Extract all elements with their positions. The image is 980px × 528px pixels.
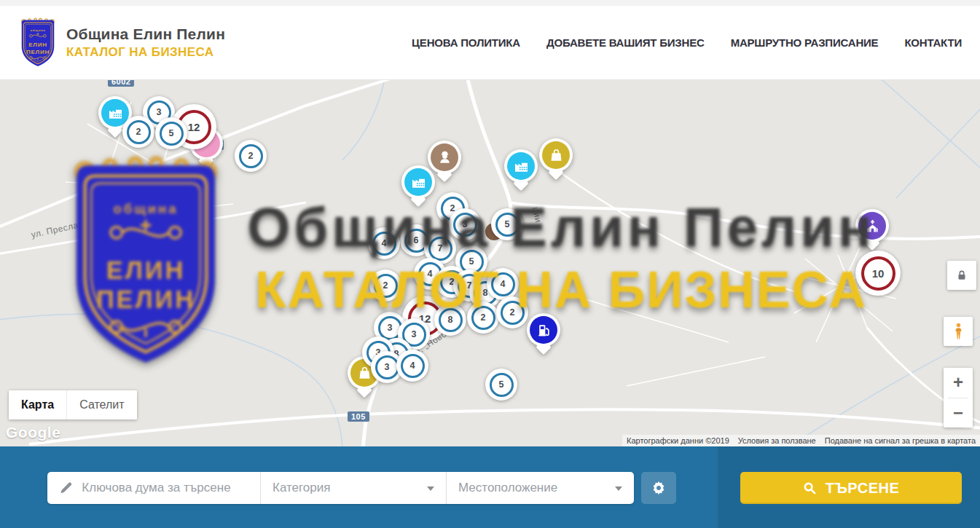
google-logo[interactable]: Google [6,424,60,441]
chevron-down-icon [615,486,622,491]
zoom-control: + − [944,368,973,427]
gear-icon [651,480,667,496]
map-cluster-marker[interactable]: 8 [434,304,466,336]
map-cluster-marker[interactable]: 5 [491,208,523,240]
factory-icon [108,106,123,121]
map-cluster-marker[interactable]: 5 [155,117,187,149]
nav-item-add-business[interactable]: ДОБАВЕТЕ ВАШИЯТ БИЗНЕС [546,36,705,49]
fuel-pump-icon [536,323,552,338]
attribution-item: Картографски данни ©2019 [622,435,734,446]
map-attribution: Картографски данни ©2019Условия за ползв… [622,435,980,446]
map-cluster-marker[interactable]: 2 [467,302,499,334]
search-button-label: ТЪРСЕНЕ [826,480,900,497]
church-marker[interactable] [855,209,889,243]
construction-worker-icon [437,150,452,165]
brand-title: Община Елин Пелин [66,25,225,43]
map-cluster-marker[interactable]: 4 [487,268,519,300]
factory-icon [411,175,426,190]
main-nav: ЦЕНОВА ПОЛИТИКАДОБАВЕТЕ ВАШИЯТ БИЗНЕСМАР… [412,36,962,49]
nav-item-transport-schedule[interactable]: МАРШРУТНО РАЗПИСАНИЕ [731,36,879,49]
search-icon [803,481,817,495]
zoom-out-button[interactable]: − [944,398,973,428]
keyword-field [47,472,260,504]
header: община ЕЛИН ПЕЛИН Община Елин Пелин КАТА… [0,6,980,80]
location-select[interactable]: Местоположение [446,472,634,504]
map-cluster-marker[interactable]: 2 [496,296,528,328]
fuel-marker[interactable] [527,313,560,347]
nav-item-contacts[interactable]: КОНТАКТИ [904,36,962,49]
worker-marker[interactable] [428,141,461,174]
category-select-value: Категория [273,481,330,495]
map-cluster-marker[interactable]: 2 [369,269,401,302]
road-shield: 105 [348,411,369,422]
brand-text: Община Елин Пелин КАТАЛОГ НА БИЗНЕСА [66,25,225,60]
shopping-bag-icon [549,148,564,163]
nav-item-pricing[interactable]: ЦЕНОВА ПОЛИТИКА [412,36,520,49]
pencil-icon [59,480,73,496]
search-settings-button[interactable] [641,472,676,504]
search-bar: Категория Местоположение ТЪРСЕНЕ [0,446,980,528]
map-canvas[interactable]: ул. Преславбул. „Новоселции 60021053 312… [0,80,980,446]
map-type-control: Карта Сателит [9,390,137,419]
svg-text:община: община [31,28,46,32]
map-cluster-marker[interactable]: 2 [122,116,154,148]
keyword-input[interactable] [82,481,248,495]
shopping-bag-icon [357,366,372,381]
svg-text:ПЕЛИН: ПЕЛИН [26,48,50,55]
search-fields-group: Категория Местоположение [47,472,634,504]
page: община ЕЛИН ПЕЛИН Община Елин Пелин КАТА… [0,0,980,528]
map-cluster-marker[interactable]: 10 [855,251,901,296]
chevron-down-icon [427,486,434,491]
attribution-item[interactable]: Подаване на сигнал за грешка в картата [820,435,980,446]
attribution-item[interactable]: Условия за ползване [734,435,820,446]
location-select-value: Местоположение [458,481,557,495]
brand-logo[interactable]: община ЕЛИН ПЕЛИН Община Елин Пелин КАТА… [18,14,225,72]
padlock-icon [955,269,968,282]
pegman-icon [952,322,965,342]
factory-marker[interactable] [504,149,538,183]
map-type-button-map[interactable]: Карта [9,390,66,419]
map-cluster-marker[interactable]: 2 [235,140,267,172]
pegman-control[interactable] [944,317,973,346]
brand-subtitle: КАТАЛОГ НА БИЗНЕСА [66,45,225,60]
svg-text:ЕЛИН: ЕЛИН [28,42,47,48]
lock-button[interactable] [947,261,976,290]
map-cluster-marker[interactable]: 4 [368,227,400,259]
road-shield: 6002 [108,80,134,87]
map-type-button-satellite[interactable]: Сателит [66,390,136,419]
church-icon [865,218,880,234]
search-button[interactable]: ТЪРСЕНЕ [740,472,962,504]
top-strip [0,0,980,6]
factory-icon [514,159,529,174]
map-cluster-marker[interactable]: 3 [449,208,481,240]
bag-marker[interactable] [539,138,573,172]
factory-marker[interactable] [401,165,435,199]
map-cluster-marker[interactable]: 5 [485,369,517,401]
map-cluster-marker[interactable]: 4 [396,350,428,382]
zoom-in-button[interactable]: + [944,368,973,398]
municipality-crest-icon: община ЕЛИН ПЕЛИН [18,14,58,72]
category-select[interactable]: Категория [260,472,446,504]
